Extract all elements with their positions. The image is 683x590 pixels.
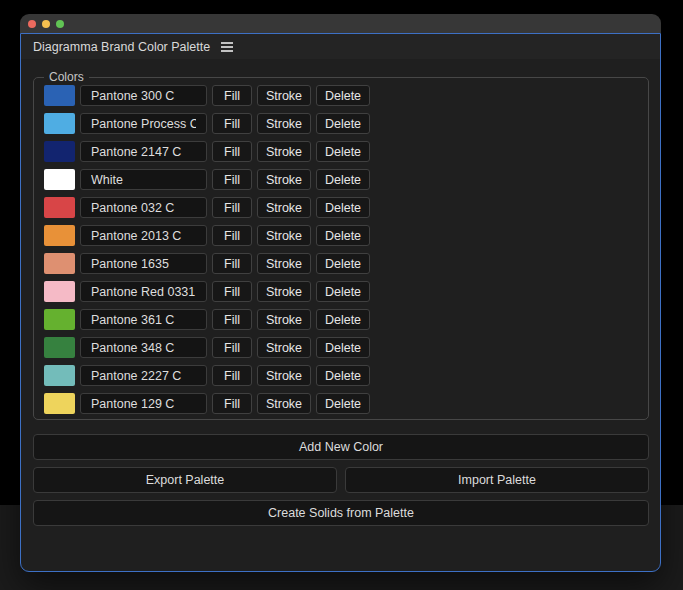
add-new-color-button[interactable]: Add New Color	[33, 434, 649, 460]
stroke-button[interactable]: Stroke	[257, 337, 311, 358]
color-name-input[interactable]	[80, 169, 207, 190]
fill-button[interactable]: Fill	[212, 309, 252, 330]
color-row: Fill Stroke Delete	[44, 309, 638, 330]
fill-button[interactable]: Fill	[212, 225, 252, 246]
color-name-input[interactable]	[80, 393, 207, 414]
color-row: Fill Stroke Delete	[44, 169, 638, 190]
panel: Diagramma Brand Color Palette Colors Fil…	[20, 33, 661, 572]
delete-button[interactable]: Delete	[316, 253, 370, 274]
fill-button[interactable]: Fill	[212, 169, 252, 190]
color-row: Fill Stroke Delete	[44, 225, 638, 246]
delete-button[interactable]: Delete	[316, 309, 370, 330]
color-name-input[interactable]	[80, 337, 207, 358]
colors-group: Colors Fill Stroke Delete Fill Stroke De…	[33, 77, 649, 420]
delete-button[interactable]: Delete	[316, 365, 370, 386]
stroke-button[interactable]: Stroke	[257, 85, 311, 106]
create-solids-button[interactable]: Create Solids from Palette	[33, 500, 649, 526]
stroke-button[interactable]: Stroke	[257, 169, 311, 190]
color-name-input[interactable]	[80, 365, 207, 386]
fill-button[interactable]: Fill	[212, 197, 252, 218]
color-swatch[interactable]	[44, 197, 75, 218]
color-name-input[interactable]	[80, 141, 207, 162]
close-button[interactable]	[28, 20, 36, 28]
color-row: Fill Stroke Delete	[44, 253, 638, 274]
color-swatch[interactable]	[44, 225, 75, 246]
delete-button[interactable]: Delete	[316, 113, 370, 134]
color-name-input[interactable]	[80, 309, 207, 330]
color-name-input[interactable]	[80, 113, 207, 134]
panel-header: Diagramma Brand Color Palette	[21, 34, 660, 59]
color-swatch[interactable]	[44, 281, 75, 302]
color-swatch[interactable]	[44, 365, 75, 386]
color-row: Fill Stroke Delete	[44, 141, 638, 162]
color-name-input[interactable]	[80, 197, 207, 218]
color-swatch[interactable]	[44, 141, 75, 162]
color-row: Fill Stroke Delete	[44, 365, 638, 386]
color-swatch[interactable]	[44, 393, 75, 414]
stroke-button[interactable]: Stroke	[257, 253, 311, 274]
color-row: Fill Stroke Delete	[44, 113, 638, 134]
zoom-button[interactable]	[56, 20, 64, 28]
delete-button[interactable]: Delete	[316, 197, 370, 218]
stroke-button[interactable]: Stroke	[257, 365, 311, 386]
color-row: Fill Stroke Delete	[44, 85, 638, 106]
titlebar[interactable]	[20, 14, 661, 33]
fill-button[interactable]: Fill	[212, 113, 252, 134]
panel-title: Diagramma Brand Color Palette	[33, 40, 210, 54]
delete-button[interactable]: Delete	[316, 393, 370, 414]
delete-button[interactable]: Delete	[316, 85, 370, 106]
fill-button[interactable]: Fill	[212, 393, 252, 414]
import-palette-button[interactable]: Import Palette	[345, 467, 649, 493]
export-palette-button[interactable]: Export Palette	[33, 467, 337, 493]
color-rows: Fill Stroke Delete Fill Stroke Delete Fi…	[44, 85, 638, 414]
color-swatch[interactable]	[44, 253, 75, 274]
minimize-button[interactable]	[42, 20, 50, 28]
export-import-row: Export Palette Import Palette	[33, 467, 649, 493]
window: Diagramma Brand Color Palette Colors Fil…	[20, 14, 661, 572]
color-name-input[interactable]	[80, 85, 207, 106]
color-swatch[interactable]	[44, 113, 75, 134]
fill-button[interactable]: Fill	[212, 281, 252, 302]
color-name-input[interactable]	[80, 253, 207, 274]
delete-button[interactable]: Delete	[316, 281, 370, 302]
delete-button[interactable]: Delete	[316, 337, 370, 358]
color-swatch[interactable]	[44, 309, 75, 330]
stroke-button[interactable]: Stroke	[257, 197, 311, 218]
delete-button[interactable]: Delete	[316, 141, 370, 162]
color-row: Fill Stroke Delete	[44, 337, 638, 358]
stroke-button[interactable]: Stroke	[257, 281, 311, 302]
colors-group-label: Colors	[44, 70, 89, 85]
panel-content: Colors Fill Stroke Delete Fill Stroke De…	[21, 59, 660, 571]
color-row: Fill Stroke Delete	[44, 197, 638, 218]
stroke-button[interactable]: Stroke	[257, 141, 311, 162]
hamburger-menu-icon[interactable]	[221, 42, 233, 52]
delete-button[interactable]: Delete	[316, 169, 370, 190]
color-row: Fill Stroke Delete	[44, 281, 638, 302]
fill-button[interactable]: Fill	[212, 365, 252, 386]
fill-button[interactable]: Fill	[212, 141, 252, 162]
color-name-input[interactable]	[80, 225, 207, 246]
stroke-button[interactable]: Stroke	[257, 225, 311, 246]
fill-button[interactable]: Fill	[212, 337, 252, 358]
delete-button[interactable]: Delete	[316, 225, 370, 246]
stroke-button[interactable]: Stroke	[257, 113, 311, 134]
color-row: Fill Stroke Delete	[44, 393, 638, 414]
color-swatch[interactable]	[44, 337, 75, 358]
fill-button[interactable]: Fill	[212, 253, 252, 274]
stroke-button[interactable]: Stroke	[257, 393, 311, 414]
color-swatch[interactable]	[44, 85, 75, 106]
stroke-button[interactable]: Stroke	[257, 309, 311, 330]
color-swatch[interactable]	[44, 169, 75, 190]
color-name-input[interactable]	[80, 281, 207, 302]
fill-button[interactable]: Fill	[212, 85, 252, 106]
